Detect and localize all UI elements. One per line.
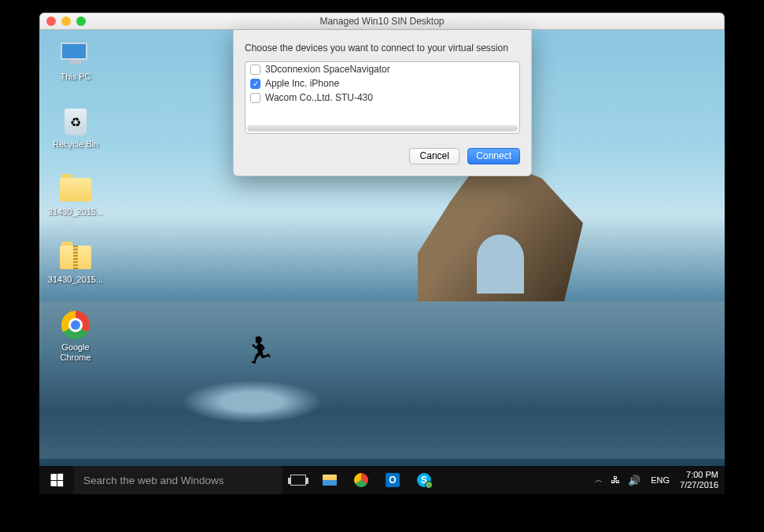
- connect-button[interactable]: Connect: [467, 148, 520, 164]
- file-explorer-icon: [323, 475, 337, 486]
- tray-overflow-icon[interactable]: ︿: [595, 475, 603, 486]
- time-label: 7:00 PM: [680, 470, 718, 480]
- icon-label: 31430_2015...: [48, 207, 103, 217]
- wallpaper-beach: [39, 301, 725, 459]
- mac-window-titlebar: Managed Win10 SIN Desktop: [39, 13, 725, 30]
- checkbox-icon[interactable]: [250, 93, 260, 103]
- recycle-bin-icon[interactable]: ♻ Recycle Bin: [46, 107, 105, 164]
- icon-label: Recycle Bin: [53, 139, 98, 150]
- volume-icon[interactable]: 🔊: [628, 475, 640, 486]
- chrome-icon: [60, 310, 91, 340]
- skype-taskbar-button[interactable]: S: [408, 466, 440, 494]
- taskview-icon: [290, 475, 306, 486]
- task-view-button[interactable]: [282, 466, 314, 494]
- date-label: 7/27/2016: [680, 480, 718, 490]
- wallpaper-runner: [244, 335, 268, 367]
- device-name: 3Dconnexion SpaceNavigator: [265, 64, 390, 75]
- desktop-icon-grid: This PC ♻ Recycle Bin 31430_2015... 3143…: [46, 39, 105, 378]
- device-name: Apple Inc. iPhone: [265, 78, 339, 89]
- icon-label: Google Chrome: [46, 342, 105, 363]
- device-row[interactable]: 3Dconnexion SpaceNavigator: [245, 62, 519, 76]
- clock[interactable]: 7:00 PM 7/27/2016: [680, 470, 718, 490]
- checkbox-icon[interactable]: [250, 65, 260, 75]
- trash-icon: ♻: [60, 107, 91, 137]
- start-button[interactable]: [39, 466, 74, 494]
- device-connection-dialog: Choose the devices you want to connect t…: [233, 30, 532, 176]
- chrome-icon: [354, 473, 368, 487]
- dialog-button-row: Cancel Connect: [245, 148, 520, 164]
- cortana-search-box[interactable]: Search the web and Windows: [74, 466, 282, 494]
- this-pc-icon[interactable]: This PC: [46, 39, 105, 96]
- device-row[interactable]: ✓ Apple Inc. iPhone: [245, 76, 519, 91]
- checkbox-icon[interactable]: ✓: [250, 79, 260, 89]
- folder-2-icon[interactable]: 31430_2015...: [46, 242, 105, 299]
- folder-icon: [60, 175, 91, 205]
- folder-1-icon[interactable]: 31430_2015...: [46, 175, 105, 231]
- windows-taskbar: Search the web and Windows O S ︿ 🖧 🔊 ENG…: [39, 466, 725, 494]
- dialog-prompt: Choose the devices you want to connect t…: [245, 42, 520, 54]
- network-icon[interactable]: 🖧: [611, 475, 620, 486]
- outlook-icon: O: [386, 473, 400, 487]
- outlook-taskbar-button[interactable]: O: [377, 466, 408, 494]
- zip-folder-icon: [60, 242, 91, 272]
- icon-label: This PC: [60, 72, 90, 82]
- file-explorer-button[interactable]: [314, 466, 345, 494]
- window-title: Managed Win10 SIN Desktop: [40, 16, 724, 27]
- device-name: Wacom Co.,Ltd. STU-430: [265, 92, 373, 103]
- icon-label: 31430_2015...: [48, 275, 103, 285]
- chrome-shortcut-icon[interactable]: Google Chrome: [46, 310, 105, 367]
- wallpaper-reflection: [181, 380, 323, 423]
- computer-icon: [60, 39, 91, 69]
- search-placeholder: Search the web and Windows: [83, 475, 224, 486]
- windows-logo-icon: [50, 474, 63, 487]
- chrome-taskbar-button[interactable]: [345, 466, 377, 494]
- skype-icon: S: [417, 473, 431, 487]
- device-row[interactable]: Wacom Co.,Ltd. STU-430: [245, 91, 519, 105]
- device-list[interactable]: 3Dconnexion SpaceNavigator ✓ Apple Inc. …: [245, 61, 520, 134]
- horizontal-scrollbar[interactable]: [247, 125, 518, 131]
- language-indicator[interactable]: ENG: [648, 475, 672, 485]
- system-tray: ︿ 🖧 🔊 ENG 7:00 PM 7/27/2016: [595, 470, 725, 490]
- wallpaper-arch: [477, 235, 524, 294]
- cancel-button[interactable]: Cancel: [409, 148, 460, 164]
